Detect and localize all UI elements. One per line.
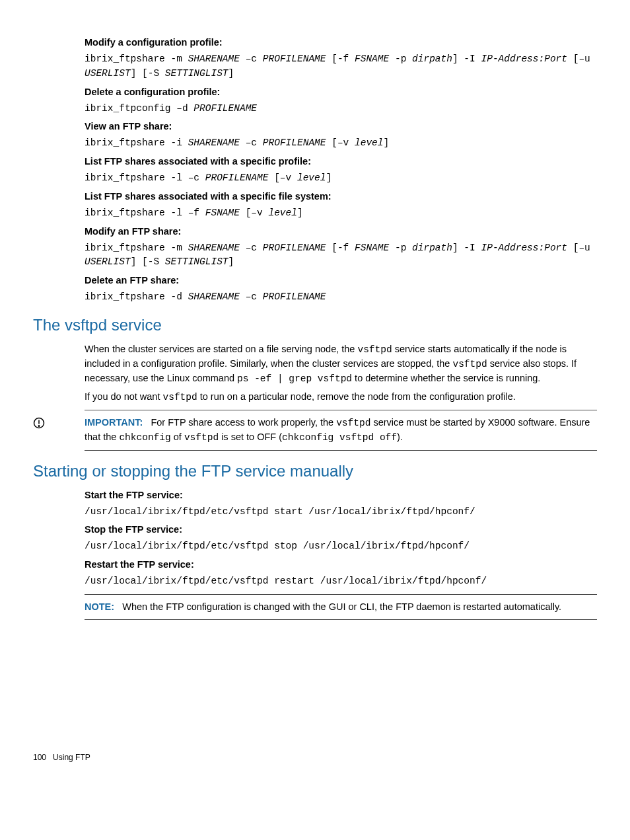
label-start-ftp: Start the FTP service: [85,488,597,502]
important-block: IMPORTANT: For FTP share access to work … [33,416,597,445]
code-stop-ftp: /usr/local/ibrix/ftpd/etc/vsftpd stop /u… [85,539,597,554]
heading-vsftpd-service: The vsftpd service [33,314,597,337]
para-vsftpd-1: When the cluster services are started on… [85,342,597,386]
label-modify-profile: Modify a configuration profile: [85,36,597,50]
label-delete-profile: Delete a configuration profile: [85,85,597,99]
note-block: NOTE: When the FTP configuration is chan… [85,600,597,614]
code-delete-profile: ibrix_ftpconfig –d PROFILENAME [85,102,597,116]
code-start-ftp: /usr/local/ibrix/ftpd/etc/vsftpd start /… [85,505,597,519]
label-stop-ftp: Stop the FTP service: [85,523,597,537]
important-icon [33,416,85,433]
page-number: 100 [33,753,46,762]
note-label: NOTE: [85,601,114,612]
divider [85,410,597,410]
label-view-share: View an FTP share: [85,120,597,134]
section-vsftpd: When the cluster services are started on… [85,342,597,404]
svg-point-2 [38,425,40,426]
para-vsftpd-2: If you do not want vsftpd to run on a pa… [85,390,597,404]
label-list-by-fs: List FTP shares associated with a specif… [85,190,597,204]
label-modify-share: Modify an FTP share: [85,225,597,239]
note-text: When the FTP configuration is changed wi… [122,601,561,612]
page-footer: 100 Using FTP [33,752,597,763]
section-cli-commands: Modify a configuration profile: ibrix_ft… [85,36,597,305]
heading-start-stop-ftp: Starting or stopping the FTP service man… [33,460,597,483]
important-label: IMPORTANT: [85,417,143,428]
section-start-stop: Start the FTP service: /usr/local/ibrix/… [85,488,597,620]
code-list-by-profile: ibrix_ftpshare -l –c PROFILENAME [–v lev… [85,171,597,186]
divider [85,594,597,595]
code-list-by-fs: ibrix_ftpshare -l –f FSNAME [–v level] [85,206,597,221]
code-restart-ftp: /usr/local/ibrix/ftpd/etc/vsftpd restart… [85,574,597,589]
code-modify-profile: ibrix_ftpshare -m SHARENAME –c PROFILENA… [85,52,597,81]
code-modify-share: ibrix_ftpshare -m SHARENAME –c PROFILENA… [85,241,597,270]
label-list-by-profile: List FTP shares associated with a specif… [85,155,597,169]
divider [85,450,597,451]
code-view-share: ibrix_ftpshare -i SHARENAME –c PROFILENA… [85,136,597,151]
label-delete-share: Delete an FTP share: [85,274,597,287]
code-delete-share: ibrix_ftpshare -d SHARENAME –c PROFILENA… [85,290,597,305]
divider [85,619,597,620]
footer-title: Using FTP [53,753,90,762]
label-restart-ftp: Restart the FTP service: [85,558,597,572]
important-text: IMPORTANT: For FTP share access to work … [85,416,597,445]
